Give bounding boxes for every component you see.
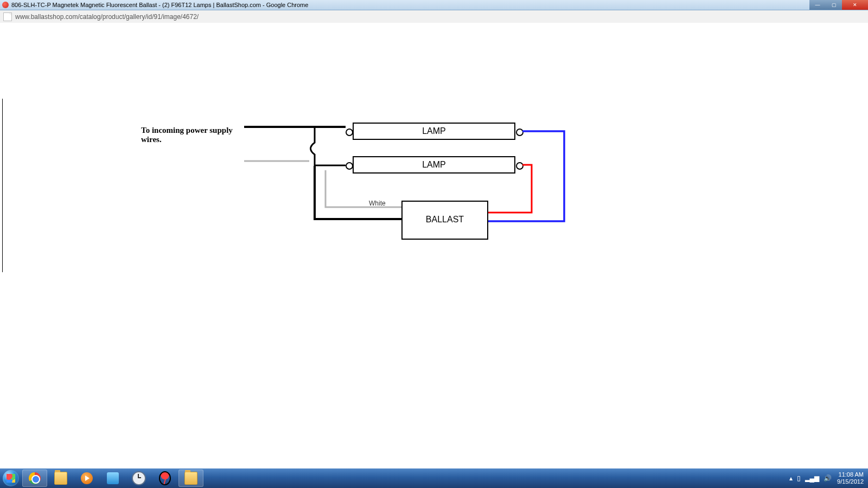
- start-button[interactable]: [0, 468, 22, 488]
- power-supply-note: To incoming power supply wires.: [141, 126, 233, 144]
- lamp-2-label: LAMP: [422, 160, 446, 169]
- lamp1-left-pin-icon: [346, 129, 353, 136]
- ballast-box: BALLAST: [401, 201, 488, 240]
- window-titlebar: 806-SLH-TC-P Magnetek Magnetic Fluoresce…: [0, 0, 868, 10]
- taskbar-pin[interactable]: [152, 470, 177, 487]
- chrome-icon: [29, 472, 41, 484]
- tray-network-icon[interactable]: ▂▄▆: [805, 474, 820, 482]
- taskbar: ▴ ▯ ▂▄▆ 🔊 11:08 AM 9/15/2012: [0, 468, 868, 488]
- ballast-label: BALLAST: [426, 215, 464, 224]
- diagram-border-left: [2, 99, 3, 272]
- tray-up-arrow-icon[interactable]: ▴: [789, 474, 793, 482]
- lamp-1-label: LAMP: [422, 126, 446, 136]
- system-tray: ▴ ▯ ▂▄▆ 🔊 11:08 AM 9/15/2012: [789, 471, 868, 485]
- lamp1-right-pin-icon: [516, 129, 524, 136]
- taskbar-chrome[interactable]: [22, 470, 47, 487]
- taskbar-clock-app[interactable]: [126, 470, 151, 487]
- window-buttons: — ▢ ✕: [809, 0, 868, 10]
- lamp2-left-pin-icon: [346, 162, 353, 170]
- taskbar-media-player[interactable]: [74, 470, 99, 487]
- media-player-icon: [81, 472, 93, 484]
- windows-logo-icon: [3, 470, 19, 486]
- taskbar-explorer-window[interactable]: [178, 470, 203, 487]
- page-icon: [3, 12, 12, 21]
- window-title: 806-SLH-TC-P Magnetek Magnetic Fluoresce…: [11, 2, 308, 8]
- clock-icon: [132, 471, 146, 485]
- url-text: www.ballastshop.com/catalog/product/gall…: [15, 13, 199, 21]
- wiring-diagram: [0, 23, 868, 468]
- folder-icon: [54, 472, 67, 485]
- favicon-icon: [2, 2, 9, 8]
- maximize-button[interactable]: ▢: [826, 0, 842, 10]
- page-content: To incoming power supply wires. LAMP LAM…: [0, 23, 868, 468]
- tray-volume-icon[interactable]: 🔊: [824, 474, 832, 482]
- lamp2-right-pin-icon: [516, 162, 524, 170]
- minimize-button[interactable]: —: [809, 0, 826, 10]
- app-icon: [107, 472, 119, 484]
- tray-battery-icon[interactable]: ▯: [797, 474, 801, 482]
- close-button[interactable]: ✕: [842, 0, 868, 10]
- lamp-2-box: LAMP: [353, 156, 515, 174]
- white-wire-label: White: [369, 200, 386, 207]
- taskbar-time: 11:08 AM: [837, 471, 864, 478]
- pushpin-icon: [159, 471, 171, 485]
- taskbar-clock[interactable]: 11:08 AM 9/15/2012: [837, 471, 864, 485]
- folder-icon: [184, 472, 197, 485]
- taskbar-app[interactable]: [100, 470, 125, 487]
- taskbar-explorer[interactable]: [48, 470, 73, 487]
- lamp-1-box: LAMP: [353, 123, 515, 140]
- address-bar[interactable]: www.ballastshop.com/catalog/product/gall…: [0, 10, 868, 24]
- taskbar-date: 9/15/2012: [837, 478, 864, 485]
